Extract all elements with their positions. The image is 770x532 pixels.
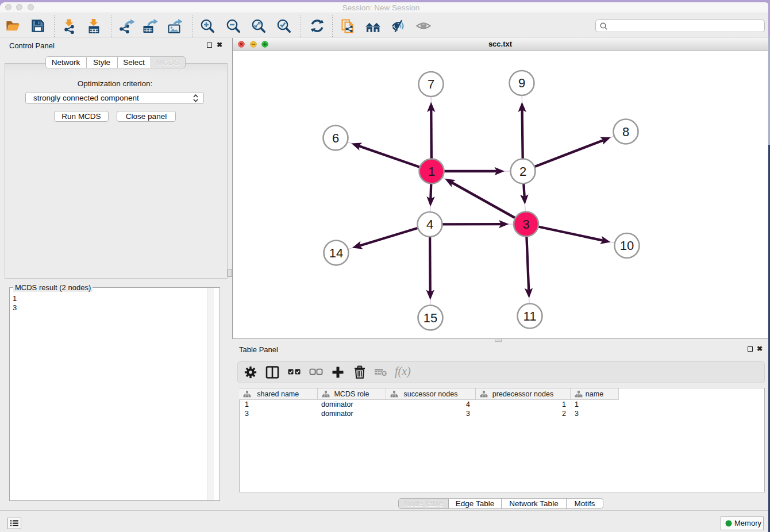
svg-text:2: 2	[519, 164, 526, 179]
svg-text:14: 14	[329, 246, 343, 260]
svg-text:15: 15	[424, 311, 437, 325]
svg-text:3: 3	[522, 217, 529, 232]
svg-text:1: 1	[428, 164, 435, 179]
svg-text:6: 6	[332, 131, 339, 145]
svg-text:9: 9	[518, 76, 525, 90]
svg-text:7: 7	[428, 77, 434, 91]
svg-text:10: 10	[620, 238, 634, 253]
svg-text:4: 4	[426, 217, 433, 232]
svg-text:11: 11	[523, 309, 537, 323]
svg-text:8: 8	[622, 125, 629, 139]
